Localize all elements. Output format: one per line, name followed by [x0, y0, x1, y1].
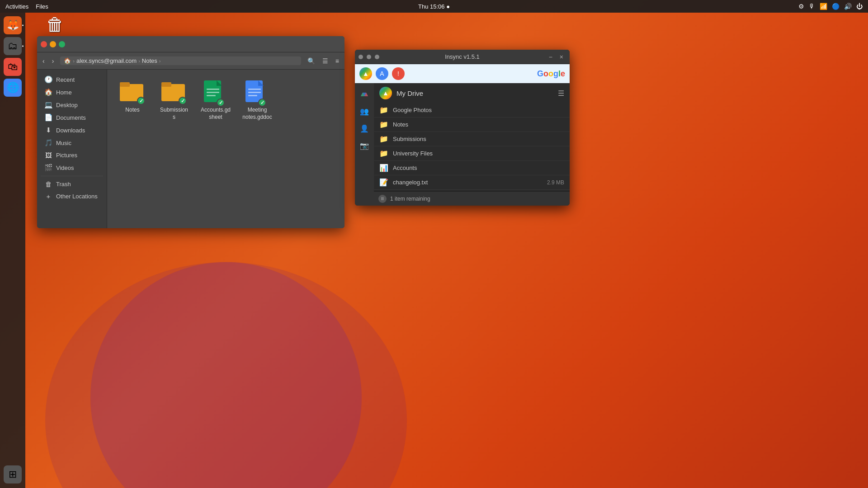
accounts-sync-badge: ✓: [217, 99, 225, 107]
files-maximize-button[interactable]: [59, 41, 65, 47]
forward-button[interactable]: ›: [49, 56, 57, 66]
dock-item-software[interactable]: 🛍: [4, 58, 22, 76]
insync-status-text: 1 item remaining: [390, 196, 430, 202]
breadcrumb-account[interactable]: alex.syncs@gmail.com: [76, 57, 137, 64]
search-button[interactable]: 🔍: [305, 56, 318, 66]
file-item-accounts-gdsheet[interactable]: ✓ Accounts.gdsheet: [198, 77, 234, 123]
other-locations-icon: +: [44, 192, 52, 200]
notes-name: Notes: [393, 121, 560, 128]
submissions-name: Submissions: [393, 136, 560, 142]
breadcrumb-notes[interactable]: Notes: [142, 57, 157, 64]
files-app-label[interactable]: Files: [36, 3, 48, 10]
back-button[interactable]: ‹: [40, 56, 47, 66]
insync-nav-drive[interactable]: [357, 87, 372, 101]
downloads-icon: ⬇: [44, 126, 52, 134]
recent-icon: 🕐: [44, 75, 52, 84]
sidebar-item-videos-label: Videos: [56, 164, 74, 171]
google-photos-name: Google Photos: [393, 107, 560, 113]
topbar: Activities Files Thu 15:06 ● ⚙ 🎙 📶 🔵 🔊 ⏻: [0, 0, 868, 13]
file-label-notes: Notes: [125, 107, 139, 114]
insync-status-bar: ⏸ 1 item remaining: [374, 191, 570, 206]
sidebar-item-downloads[interactable]: ⬇ Downloads: [39, 124, 105, 136]
list-item-submissions[interactable]: 📁 Submissions: [374, 132, 570, 146]
show-apps-button[interactable]: ⊞: [4, 465, 22, 483]
mic-icon[interactable]: 🎙: [809, 3, 815, 10]
list-item-accounts[interactable]: 📊 Accounts: [374, 161, 570, 175]
drive-view-toggle-button[interactable]: ☰: [558, 89, 564, 98]
documents-icon: 📄: [44, 113, 52, 122]
insync-nav-camera[interactable]: 📷: [357, 138, 372, 153]
list-item-changelog[interactable]: 📝 changelog.txt 2.9 MB: [374, 175, 570, 190]
sidebar-item-recent[interactable]: 🕐 Recent: [39, 73, 105, 86]
file-item-notes[interactable]: ✓ Notes: [114, 77, 151, 123]
power-icon[interactable]: ⏻: [856, 3, 863, 10]
file-label-accounts: Accounts.gdsheet: [200, 107, 231, 121]
wifi-icon[interactable]: 📶: [820, 3, 827, 10]
insync-account-alert-button[interactable]: !: [392, 67, 405, 80]
sound-icon[interactable]: 🔊: [844, 3, 852, 10]
bluetooth-icon[interactable]: 🔵: [832, 3, 840, 10]
sidebar-item-music[interactable]: 🎵 Music: [39, 136, 105, 149]
insync-pause-button[interactable]: ⏸: [378, 195, 387, 203]
files-content: ✓ Notes ✓ Submissions: [107, 70, 344, 228]
drive-header-icon: ▲: [379, 87, 392, 99]
svg-rect-12: [248, 89, 261, 90]
sidebar-item-documents-label: Documents: [56, 114, 86, 121]
files-minimize-button[interactable]: [50, 41, 56, 47]
insync-body: 👥 👤 📷 ▲ My Drive ☰ 📁 Google Photos 📁: [355, 83, 570, 206]
home-icon: 🏠: [44, 88, 52, 96]
insync-titlebar: Insync v1.5.1 − ×: [355, 50, 570, 64]
sidebar-item-pictures[interactable]: 🖼 Pictures: [39, 149, 105, 161]
menu-button[interactable]: ≡: [333, 56, 342, 66]
sidebar-item-documents[interactable]: 📄 Documents: [39, 111, 105, 124]
insync-nav-people[interactable]: 👥: [357, 104, 372, 118]
file-item-meeting-notes[interactable]: ✓ Meeting notes.gddoc: [239, 77, 275, 123]
sidebar-item-pictures-label: Pictures: [56, 152, 77, 159]
insync-dot-1: [359, 55, 363, 59]
svg-rect-2: [120, 82, 130, 87]
dock-item-firefox[interactable]: 🦊: [4, 16, 22, 34]
insync-right-controls: − ×: [546, 52, 566, 61]
dock-item-insync[interactable]: 🌐: [4, 79, 22, 97]
svg-rect-14: [248, 95, 257, 96]
accounts-icon-wrap: ✓: [203, 80, 228, 105]
sidebar-item-videos[interactable]: 🎬 Videos: [39, 161, 105, 174]
changelog-name: changelog.txt: [393, 179, 542, 186]
videos-icon: 🎬: [44, 164, 52, 172]
files-close-button[interactable]: [41, 41, 47, 47]
notes-sync-badge: ✓: [137, 97, 145, 105]
insync-minimize-button[interactable]: −: [546, 52, 555, 61]
sidebar-item-home[interactable]: 🏠 Home: [39, 86, 105, 99]
settings-icon[interactable]: ⚙: [798, 3, 804, 10]
accounts-list-icon: 📊: [379, 164, 388, 172]
view-toggle-button[interactable]: ☰: [320, 56, 331, 66]
insync-content: ▲ My Drive ☰ 📁 Google Photos 📁 Notes: [374, 83, 570, 206]
insync-close-button[interactable]: ×: [557, 52, 566, 61]
list-item-notes[interactable]: 📁 Notes: [374, 117, 570, 132]
dock: 🦊 🗂 🛍 🌐 ⊞: [0, 13, 25, 488]
dock-item-files[interactable]: 🗂: [4, 37, 22, 55]
insync-nav-contacts[interactable]: 👤: [357, 121, 372, 136]
sidebar-item-desktop[interactable]: 💻 Desktop: [39, 99, 105, 111]
sidebar-item-desktop-label: Desktop: [56, 102, 78, 108]
activities-label[interactable]: Activities: [5, 3, 28, 10]
insync-account-1-button[interactable]: A: [376, 67, 388, 80]
bg-circle-2: [45, 262, 407, 488]
sidebar-item-trash[interactable]: 🗑 Trash: [39, 178, 105, 190]
insync-toolbar: ▲ A ! Google: [355, 64, 570, 83]
svg-rect-9: [207, 95, 216, 96]
topbar-left: Activities Files: [5, 3, 48, 10]
svg-rect-7: [207, 89, 219, 90]
svg-rect-8: [207, 92, 219, 93]
list-item-google-photos[interactable]: 📁 Google Photos: [374, 103, 570, 117]
sidebar-item-other-locations[interactable]: + Other Locations: [39, 190, 105, 202]
meeting-notes-icon-wrap: ✓: [245, 80, 270, 105]
breadcrumb-home-icon: 🏠: [64, 57, 71, 64]
insync-file-list: 📁 Google Photos 📁 Notes 📁 Submissions: [374, 103, 570, 191]
desktop-icon: 💻: [44, 101, 52, 109]
insync-win-controls: [359, 55, 379, 59]
music-icon: 🎵: [44, 139, 52, 147]
file-item-submissions[interactable]: ✓ Submissions: [156, 77, 192, 123]
file-label-submissions: Submissions: [159, 107, 189, 121]
list-item-university-files[interactable]: 📁 University Files: [374, 146, 570, 161]
